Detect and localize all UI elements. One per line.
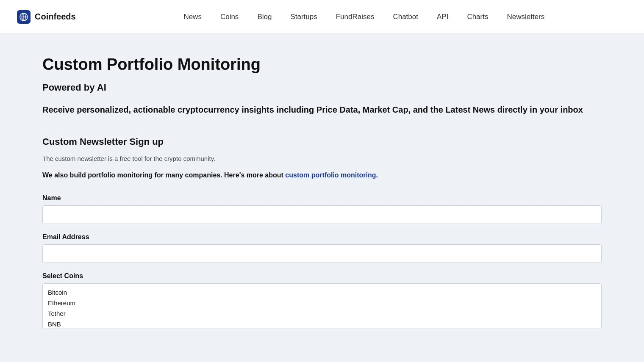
nav-links: News Coins Blog Startups FundRaises Chat… <box>101 13 627 21</box>
email-form-group: Email Address <box>42 233 602 263</box>
nav-link-newsletters[interactable]: Newsletters <box>497 9 554 24</box>
nav-link-news[interactable]: News <box>174 9 211 24</box>
coins-label: Select Coins <box>42 272 602 280</box>
portfolio-link-paragraph: We also build portfolio monitoring for m… <box>42 171 602 179</box>
nav-link-coins[interactable]: Coins <box>211 9 248 24</box>
portfolio-text-after: . <box>376 171 378 179</box>
coins-select[interactable]: Bitcoin Ethereum Tether BNB <box>42 283 602 329</box>
name-label: Name <box>42 194 602 202</box>
portfolio-text-before: We also build portfolio monitoring for m… <box>42 171 285 179</box>
email-input[interactable] <box>42 244 602 263</box>
nav-link-api[interactable]: API <box>427 9 458 24</box>
portfolio-monitoring-link[interactable]: custom portfolio monitoring <box>285 171 376 179</box>
email-label: Email Address <box>42 233 602 241</box>
navbar: Coinfeeds News Coins Blog Startups FundR… <box>0 0 644 34</box>
nav-item-newsletters[interactable]: Newsletters <box>497 13 554 21</box>
coin-ethereum[interactable]: Ethereum <box>48 298 596 308</box>
name-form-group: Name <box>42 194 602 224</box>
logo-icon <box>17 10 31 24</box>
nav-link-startups[interactable]: Startups <box>281 9 326 24</box>
name-input[interactable] <box>42 205 602 224</box>
coin-tether[interactable]: Tether <box>48 308 596 319</box>
nav-item-news[interactable]: News <box>174 13 211 21</box>
page-title: Custom Portfolio Monitoring <box>42 55 602 75</box>
nav-link-fundraises[interactable]: FundRaises <box>327 9 384 24</box>
nav-item-coins[interactable]: Coins <box>211 13 248 21</box>
coins-form-group: Select Coins Bitcoin Ethereum Tether BNB <box>42 272 602 329</box>
section-title: Custom Newsletter Sign up <box>42 136 602 147</box>
nav-item-fundraises[interactable]: FundRaises <box>327 13 384 21</box>
nav-link-blog[interactable]: Blog <box>248 9 281 24</box>
brand-name: Coinfeeds <box>35 12 76 22</box>
coin-bnb[interactable]: BNB <box>48 319 596 329</box>
free-tool-text: The custom newsletter is a free tool for… <box>42 155 602 162</box>
nav-link-chatbot[interactable]: Chatbot <box>383 9 427 24</box>
nav-item-blog[interactable]: Blog <box>248 13 281 21</box>
main-content: Custom Portfolio Monitoring Powered by A… <box>17 34 627 362</box>
nav-item-chatbot[interactable]: Chatbot <box>383 13 427 21</box>
page-description: Receive personalized, actionable cryptoc… <box>42 103 602 116</box>
nav-item-api[interactable]: API <box>427 13 458 21</box>
nav-link-charts[interactable]: Charts <box>458 9 497 24</box>
logo-link[interactable]: Coinfeeds <box>17 10 76 24</box>
coin-bitcoin[interactable]: Bitcoin <box>48 287 596 298</box>
powered-by-label: Powered by AI <box>42 82 602 93</box>
nav-item-charts[interactable]: Charts <box>458 13 497 21</box>
nav-item-startups[interactable]: Startups <box>281 13 326 21</box>
